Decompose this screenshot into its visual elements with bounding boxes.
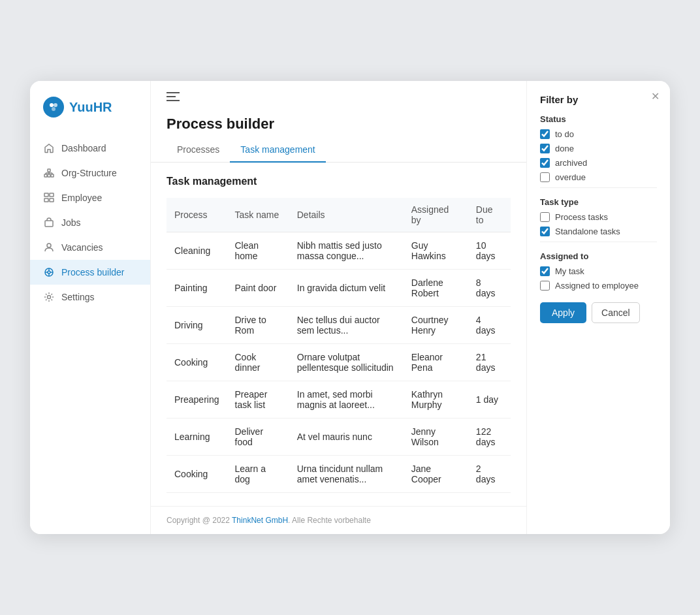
cell-process: Cleaning xyxy=(167,232,227,270)
checkbox-label: archived xyxy=(555,158,587,168)
filter-task-type-item[interactable]: Standalone tasks xyxy=(540,227,657,236)
checkbox-label: Standalone tasks xyxy=(555,227,620,236)
filter-status-item[interactable]: overdue xyxy=(540,172,657,182)
tab-task-management[interactable]: Task management xyxy=(230,138,325,163)
checkbox-label: My task xyxy=(555,266,584,276)
svg-rect-14 xyxy=(50,198,54,202)
table-row[interactable]: Cleaning Clean home Nibh mattis sed just… xyxy=(167,232,511,270)
logo: YuuHR xyxy=(30,97,150,136)
checkbox-label: to do xyxy=(555,129,574,139)
tab-processes[interactable]: Processes xyxy=(167,138,230,163)
checkbox-assigned-0[interactable] xyxy=(540,266,550,276)
cell-assigned: Eleanor Pena xyxy=(404,344,468,381)
cell-assigned: Courtney Henry xyxy=(404,307,468,344)
section-title: Task management xyxy=(167,176,511,187)
cell-assigned: Kathryn Murphy xyxy=(404,381,468,418)
checkbox-status-done[interactable] xyxy=(540,144,550,153)
org-icon xyxy=(43,167,55,179)
checkbox-tasktype-0[interactable] xyxy=(540,212,550,222)
cell-due: 8 days xyxy=(468,270,511,307)
sidebar-item-dashboard[interactable]: Dashboard xyxy=(30,136,150,161)
filter-title: Filter by xyxy=(540,94,657,105)
filter-status-item[interactable]: done xyxy=(540,144,657,153)
cell-due: 1 day xyxy=(468,381,511,418)
employee-icon xyxy=(43,192,55,204)
sidebar-item-process-builder-label: Process builder xyxy=(61,267,125,277)
cell-task: Learn a dog xyxy=(227,456,289,493)
top-bar xyxy=(151,81,526,105)
cell-due: 10 days xyxy=(468,232,511,270)
sidebar-item-jobs[interactable]: Jobs xyxy=(30,210,150,235)
sidebar-item-employee[interactable]: Employee xyxy=(30,185,150,210)
cell-process: Learning xyxy=(167,418,227,456)
col-header-details: Details xyxy=(289,198,404,232)
footer-link[interactable]: ThinkNet GmbH xyxy=(232,516,288,525)
menu-icon[interactable] xyxy=(167,91,180,105)
jobs-icon xyxy=(43,217,55,229)
table-row[interactable]: Driving Drive to Rom Nec tellus dui auct… xyxy=(167,307,511,344)
filter-close-button[interactable]: ✕ xyxy=(651,91,660,102)
apply-button[interactable]: Apply xyxy=(540,302,586,323)
cell-assigned: Darlene Robert xyxy=(404,270,468,307)
sidebar-item-settings-label: Settings xyxy=(61,292,95,302)
sidebar-item-org[interactable]: Org-Structure xyxy=(30,161,150,185)
cell-due: 4 days xyxy=(468,307,511,344)
cell-task: Clean home xyxy=(227,232,289,270)
sidebar-item-dashboard-label: Dashboard xyxy=(61,143,106,153)
cancel-button[interactable]: Cancel xyxy=(592,302,640,323)
filter-task-type-options: Process tasksStandalone tasks xyxy=(540,212,657,236)
home-icon xyxy=(43,142,55,154)
filter-assigned-options: My taskAssigned to employee xyxy=(540,266,657,291)
cell-due: 122 days xyxy=(468,418,511,456)
svg-point-1 xyxy=(54,103,57,107)
sidebar-item-process-builder[interactable]: Process builder xyxy=(30,260,150,285)
svg-rect-11 xyxy=(44,193,48,197)
cell-details: Ornare volutpat pellentesque sollicitudi… xyxy=(289,344,404,381)
checkbox-label: overdue xyxy=(555,172,586,182)
sidebar-item-settings[interactable]: Settings xyxy=(30,285,150,309)
cell-details: At vel mauris nunc xyxy=(289,418,404,456)
svg-point-18 xyxy=(48,271,50,274)
table-row[interactable]: Preapering Preaper task list In amet, se… xyxy=(167,381,511,418)
sidebar-item-vacancies-label: Vacancies xyxy=(61,242,103,253)
logo-icon xyxy=(43,97,64,118)
cell-due: 2 days xyxy=(468,456,511,493)
checkbox-status-overdue[interactable] xyxy=(540,172,550,182)
filter-status-item[interactable]: to do xyxy=(540,129,657,139)
table-row[interactable]: Learning Deliver food At vel mauris nunc… xyxy=(167,418,511,456)
svg-rect-15 xyxy=(45,221,53,227)
filter-assigned-item[interactable]: My task xyxy=(540,266,657,276)
svg-rect-5 xyxy=(48,174,50,177)
cell-task: Cook dinner xyxy=(227,344,289,381)
footer: Copyright @ 2022 ThinkNet GmbH. Alle Rec… xyxy=(151,506,526,534)
logo-text: YuuHR xyxy=(69,100,112,115)
filter-assigned-item[interactable]: Assigned to employee xyxy=(540,281,657,291)
cell-details: Urna tincidunt nullam amet venenatis... xyxy=(289,456,404,493)
table-row[interactable]: Cooking Learn a dog Urna tincidunt nulla… xyxy=(167,456,511,493)
cell-process: Driving xyxy=(167,307,227,344)
main-content: Process builder Processes Task managemen… xyxy=(151,81,526,534)
checkbox-status-to-do[interactable] xyxy=(540,129,550,139)
checkbox-status-archived[interactable] xyxy=(540,158,550,168)
sidebar-item-employee-label: Employee xyxy=(61,193,102,203)
checkbox-tasktype-1[interactable] xyxy=(540,227,550,236)
cell-task: Preaper task list xyxy=(227,381,289,418)
col-header-task: Task name xyxy=(227,198,289,232)
table-row[interactable]: Cooking Cook dinner Ornare volutpat pell… xyxy=(167,344,511,381)
filter-status-label: Status xyxy=(540,114,657,124)
checkbox-label: done xyxy=(555,144,574,153)
filter-panel: ✕ Filter by Status to dodonearchivedover… xyxy=(526,81,670,534)
content-area: Task management Process Task name Detail… xyxy=(151,163,526,506)
cell-assigned: Guy Hawkins xyxy=(404,232,468,270)
page-title: Process builder xyxy=(167,116,511,133)
filter-status-item[interactable]: archived xyxy=(540,158,657,168)
checkbox-assigned-1[interactable] xyxy=(540,281,550,291)
cell-details: Nibh mattis sed justo massa congue... xyxy=(289,232,404,270)
table-row[interactable]: Painting Paint door In gravida dictum ve… xyxy=(167,270,511,307)
filter-task-type-item[interactable]: Process tasks xyxy=(540,212,657,222)
checkbox-label: Assigned to employee xyxy=(555,281,639,291)
svg-rect-3 xyxy=(44,174,47,177)
sidebar-item-vacancies[interactable]: Vacancies xyxy=(30,235,150,260)
cell-assigned: Jane Cooper xyxy=(404,456,468,493)
cell-process: Painting xyxy=(167,270,227,307)
